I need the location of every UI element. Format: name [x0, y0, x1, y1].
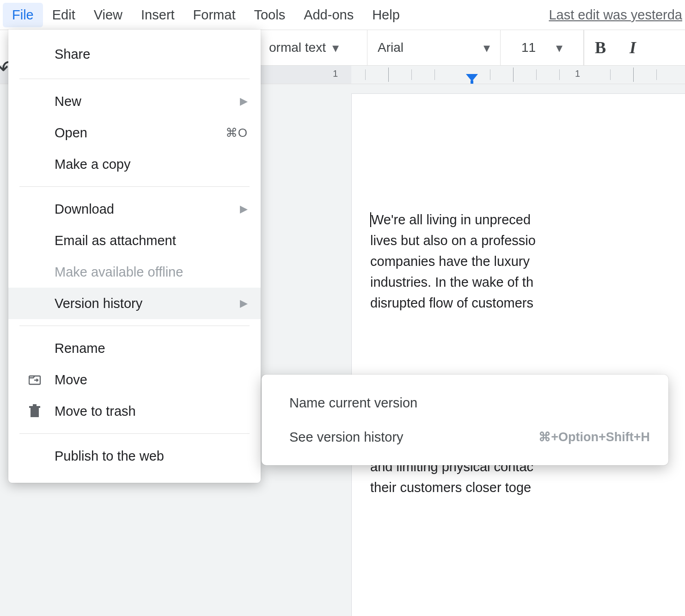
menu-item-label: Name current version — [289, 395, 417, 411]
menu-item-label: Rename — [55, 341, 105, 356]
menubar: File Edit View Insert Format Tools Add-o… — [0, 0, 685, 30]
doc-text: ne — [370, 332, 685, 353]
doc-text: industries. In the wake of th — [370, 275, 533, 290]
menu-addons[interactable]: Add-ons — [294, 3, 363, 27]
doc-text: companies have the luxury — [370, 254, 530, 269]
menu-item-email-attachment[interactable]: Email as attachment — [8, 225, 261, 256]
menu-item-share[interactable]: Share — [8, 36, 261, 72]
font-family-select[interactable]: Arial ▾ — [367, 30, 501, 65]
submenu-arrow-icon: ▶ — [240, 95, 248, 107]
chevron-down-icon: ▾ — [332, 40, 339, 55]
menu-item-label: Open — [55, 125, 87, 141]
menu-separator — [19, 326, 250, 326]
ruler-number: 1 — [575, 68, 580, 79]
menu-edit[interactable]: Edit — [43, 3, 85, 27]
menu-item-label: Publish to the web — [55, 449, 164, 464]
menu-item-label: Version history — [55, 296, 142, 311]
menu-help[interactable]: Help — [363, 3, 409, 27]
indent-marker[interactable] — [466, 74, 478, 84]
menu-shortcut: ⌘O — [226, 126, 248, 140]
svg-rect-5 — [33, 404, 37, 406]
file-menu-dropdown: Share New ▶ Open ⌘O Make a copy Download… — [8, 30, 261, 483]
svg-rect-4 — [29, 406, 40, 408]
last-edit-link[interactable]: Last edit was yesterda — [549, 7, 682, 23]
menu-item-label: Move to trash — [55, 404, 136, 419]
menu-item-open[interactable]: Open ⌘O — [8, 117, 261, 148]
doc-text: the — [370, 353, 685, 374]
doc-text: disrupted flow of customers — [370, 296, 533, 310]
bold-button[interactable]: B — [584, 30, 617, 65]
menu-item-label: Download — [55, 202, 114, 217]
menu-shortcut: ⌘+Option+Shift+H — [538, 430, 650, 444]
menu-item-name-current-version[interactable]: Name current version — [262, 386, 668, 420]
menu-insert[interactable]: Insert — [132, 3, 184, 27]
menu-item-move[interactable]: Move — [8, 364, 261, 395]
document-page[interactable]: We're all living in unpreced lives but a… — [351, 93, 685, 616]
trash-icon — [29, 404, 47, 418]
menu-item-label: See version history — [289, 430, 404, 445]
menu-separator — [19, 186, 250, 187]
menu-item-publish-web[interactable]: Publish to the web — [8, 440, 261, 472]
menu-item-see-version-history[interactable]: See version history ⌘+Option+Shift+H — [262, 420, 668, 454]
menu-item-label: Email as attachment — [55, 233, 176, 248]
menu-item-move-to-trash[interactable]: Move to trash — [8, 395, 261, 427]
menu-item-rename[interactable]: Rename — [8, 333, 261, 364]
menu-item-download[interactable]: Download ▶ — [8, 193, 261, 225]
svg-marker-0 — [466, 74, 478, 81]
paragraph-style-select[interactable]: ormal text ▾ — [259, 30, 367, 65]
doc-text: their customers closer toge — [370, 480, 531, 495]
menu-format[interactable]: Format — [184, 3, 245, 27]
menu-view[interactable]: View — [85, 3, 132, 27]
font-family-label: Arial — [378, 40, 404, 55]
menu-tools[interactable]: Tools — [245, 3, 294, 27]
menu-file[interactable]: File — [3, 3, 43, 27]
chevron-down-icon: ▾ — [556, 40, 563, 55]
menu-item-label: Move — [55, 372, 87, 388]
menu-item-label: Make a copy — [55, 157, 130, 172]
doc-text: lives but also on a professio — [370, 233, 536, 248]
svg-rect-3 — [31, 408, 39, 417]
submenu-arrow-icon: ▶ — [240, 297, 248, 309]
chevron-down-icon: ▾ — [483, 40, 490, 55]
menu-item-version-history[interactable]: Version history ▶ — [8, 288, 261, 319]
doc-text: We're all living in unpreced — [371, 212, 531, 227]
menu-separator — [19, 79, 250, 79]
move-icon — [29, 374, 47, 386]
menu-item-label: Share — [55, 47, 90, 62]
menu-item-make-available-offline: Make available offline — [8, 256, 261, 288]
submenu-arrow-icon: ▶ — [240, 203, 248, 215]
paragraph-style-label: ormal text — [269, 40, 326, 55]
menu-item-make-copy[interactable]: Make a copy — [8, 148, 261, 180]
menu-item-label: Make available offline — [55, 265, 183, 280]
menu-item-label: New — [55, 94, 81, 109]
ruler-number: 1 — [333, 68, 338, 79]
font-size-label: 11 — [521, 40, 536, 55]
menu-separator — [19, 433, 250, 434]
version-history-submenu: Name current version See version history… — [262, 375, 668, 465]
font-size-select[interactable]: 11 ▾ — [501, 30, 584, 65]
svg-rect-1 — [471, 80, 473, 84]
menu-item-new[interactable]: New ▶ — [8, 86, 261, 117]
italic-button[interactable]: I — [617, 30, 649, 65]
